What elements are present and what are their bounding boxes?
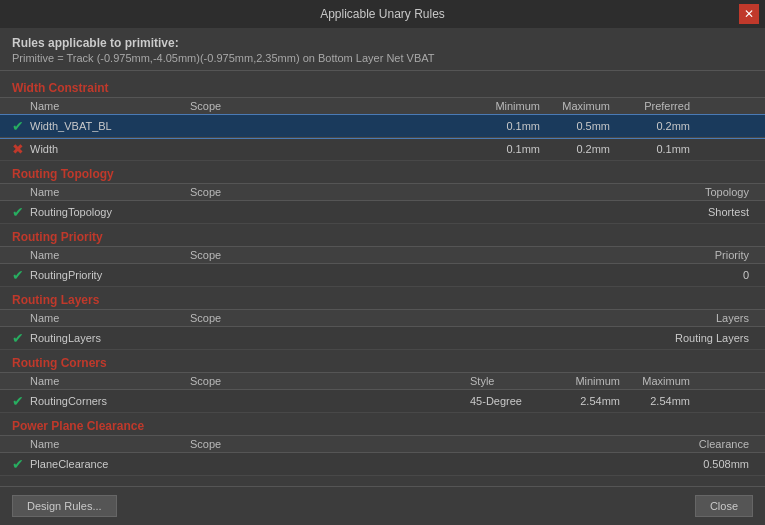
section-header-clearance: Power Plane Clearance <box>0 413 765 435</box>
col-header-layers: Name Scope Layers <box>0 309 765 327</box>
section-header-width: Width Constraint <box>0 75 765 97</box>
close-button[interactable]: Close <box>695 495 753 517</box>
title-close-button[interactable]: ✕ <box>739 4 759 24</box>
title-bar: Applicable Unary Rules ✕ <box>0 0 765 28</box>
scroll-area[interactable]: Width Constraint Name Scope Minimum Maxi… <box>0 71 765 486</box>
table-row[interactable]: ✔ PlaneClearance 0.508mm <box>0 453 765 476</box>
design-rules-button[interactable]: Design Rules... <box>12 495 117 517</box>
check-icon: ✔ <box>12 330 30 346</box>
table-row[interactable]: ✔ RoutingTopology Shortest <box>0 201 765 224</box>
check-icon: ✔ <box>12 204 30 220</box>
info-title: Rules applicable to primitive: <box>12 36 753 50</box>
check-icon: ✔ <box>12 456 30 472</box>
table-row[interactable]: ✔ RoutingCorners 45-Degree 2.54mm 2.54mm <box>0 390 765 413</box>
table-row[interactable]: ✖ Width 0.1mm 0.2mm 0.1mm <box>0 138 765 161</box>
col-header-clearance: Name Scope Clearance <box>0 435 765 453</box>
section-header-corners: Routing Corners <box>0 350 765 372</box>
info-bar: Rules applicable to primitive: Primitive… <box>0 28 765 71</box>
check-icon: ✔ <box>12 118 30 134</box>
info-description: Primitive = Track (-0.975mm,-4.05mm)(-0.… <box>12 52 753 64</box>
footer: Design Rules... Close <box>0 486 765 525</box>
col-header-topology: Name Scope Topology <box>0 183 765 201</box>
col-header-width: Name Scope Minimum Maximum Preferred <box>0 97 765 115</box>
check-icon: ✔ <box>12 267 30 283</box>
section-header-topology: Routing Topology <box>0 161 765 183</box>
table-row[interactable]: ✔ RoutingLayers Routing Layers <box>0 327 765 350</box>
col-header-priority: Name Scope Priority <box>0 246 765 264</box>
table-row[interactable]: ✔ RoutingPriority 0 <box>0 264 765 287</box>
section-header-layers: Routing Layers <box>0 287 765 309</box>
table-row[interactable]: ✔ Width_VBAT_BL 0.1mm 0.5mm 0.2mm <box>0 115 765 138</box>
dialog-body: Rules applicable to primitive: Primitive… <box>0 28 765 525</box>
dialog-title: Applicable Unary Rules <box>320 7 445 21</box>
cross-icon: ✖ <box>12 141 30 157</box>
check-icon: ✔ <box>12 393 30 409</box>
section-header-priority: Routing Priority <box>0 224 765 246</box>
col-header-corners: Name Scope Style Minimum Maximum <box>0 372 765 390</box>
